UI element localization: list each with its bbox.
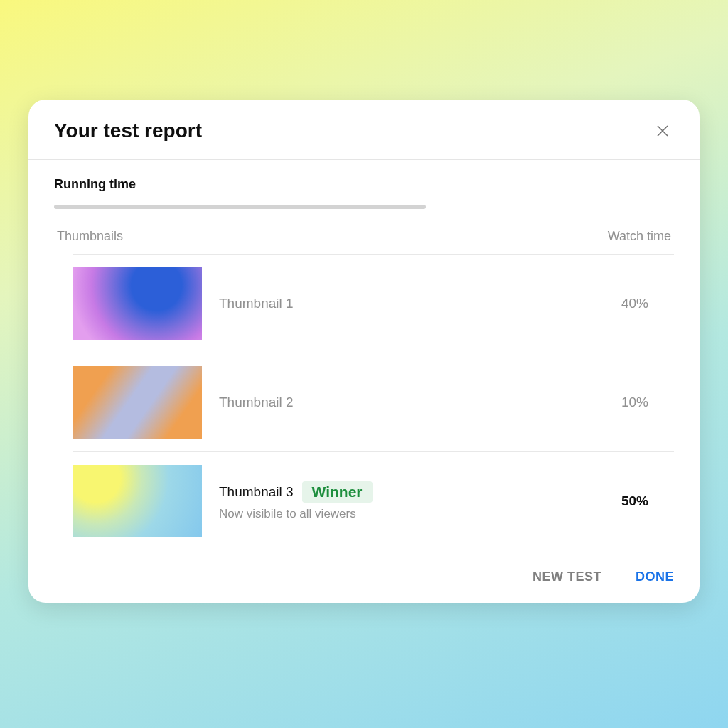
done-button[interactable]: DONE <box>636 569 674 584</box>
running-time-label: Running time <box>54 177 674 192</box>
close-button[interactable] <box>651 119 674 142</box>
table-row: Thumbnail 2 10% <box>73 353 674 451</box>
row-content: Thumbnail 1 <box>219 296 610 311</box>
thumbnail-preview-1 <box>73 267 202 340</box>
winner-badge: Winner <box>302 481 373 503</box>
row-content: Thumbnail 3 Winner Now visibile to all v… <box>219 481 610 521</box>
watch-time-value: 50% <box>610 493 674 509</box>
close-icon <box>654 122 671 139</box>
thumbnail-label: Thumbnail 1 <box>219 296 294 311</box>
thumbnail-subtext: Now visibile to all viewers <box>219 507 610 521</box>
test-report-dialog: Your test report Running time Thumbnails… <box>28 100 700 603</box>
watch-time-value: 40% <box>610 296 674 311</box>
table-header: Thumbnails Watch time <box>54 229 674 254</box>
new-test-button[interactable]: NEW TEST <box>532 569 601 584</box>
thumbnail-label: Thumbnail 2 <box>219 395 294 410</box>
column-watch-time: Watch time <box>608 229 671 244</box>
column-thumbnails: Thumbnails <box>57 229 123 244</box>
dialog-body: Running time Thumbnails Watch time Thumb… <box>28 160 700 550</box>
dialog-header: Your test report <box>28 100 700 160</box>
dialog-title: Your test report <box>54 119 202 142</box>
thumbnail-label: Thumbnail 3 <box>219 484 294 500</box>
row-content: Thumbnail 2 <box>219 395 610 410</box>
thumbnails-table: Thumbnail 1 40% Thumbnail 2 10% <box>73 254 674 550</box>
thumbnail-preview-2 <box>73 366 202 439</box>
table-row: Thumbnail 1 40% <box>73 254 674 353</box>
running-time-progress <box>54 205 426 209</box>
table-row: Thumbnail 3 Winner Now visibile to all v… <box>73 451 674 550</box>
dialog-footer: NEW TEST DONE <box>28 555 700 603</box>
watch-time-value: 10% <box>610 395 674 410</box>
thumbnail-preview-3 <box>73 465 202 537</box>
